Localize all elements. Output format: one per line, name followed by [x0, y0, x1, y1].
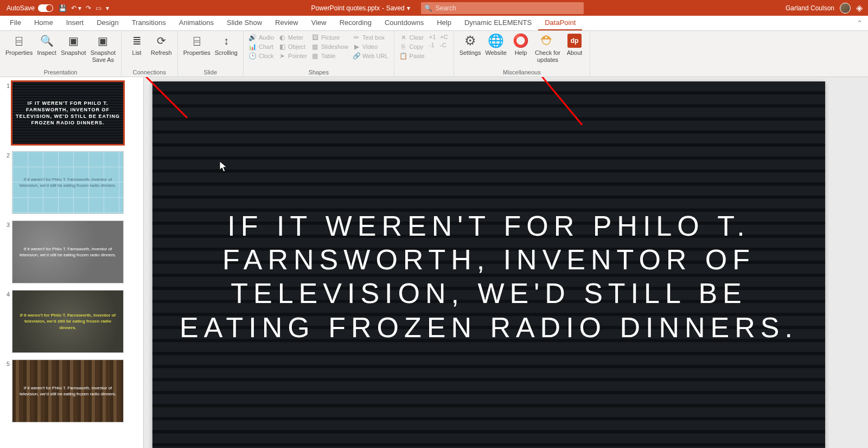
chart-icon: 📊	[249, 43, 257, 51]
snapshot-button[interactable]: ▣Snapshot	[59, 32, 88, 56]
meter-icon: ◐	[278, 34, 286, 41]
snapshot-button[interactable]: ▣SnapshotSave As	[88, 32, 118, 64]
text box-icon: ✏	[353, 34, 360, 41]
qat-more-icon[interactable]: ▾	[106, 4, 109, 12]
list-button[interactable]: ≣List	[125, 32, 149, 56]
pointer-button[interactable]: ➤Pointer	[276, 52, 309, 60]
doc-name: PowerPoint quotes.pptx	[311, 4, 380, 12]
clear-button[interactable]: ✕Clear	[398, 33, 427, 42]
table-icon: ▦	[311, 52, 319, 60]
refresh-button[interactable]: ⟳Refresh	[149, 32, 174, 56]
web-url-button[interactable]: 🔗Web URL	[350, 52, 390, 60]
clock-button[interactable]: 🕒Clock	[247, 52, 276, 60]
website-button[interactable]: 🌐Website	[483, 32, 509, 56]
tab-home[interactable]: Home	[28, 16, 60, 30]
tab-review[interactable]: Review	[269, 16, 305, 30]
save-icon[interactable]: 💾	[59, 4, 67, 12]
-c-button[interactable]: -C	[438, 41, 450, 49]
inspect-button[interactable]: 🔍Inspect	[35, 32, 59, 56]
undo-icon[interactable]: ↶ ▾	[71, 4, 81, 12]
properties-button[interactable]: ⌸Properties	[3, 32, 35, 56]
toggle-icon[interactable]	[38, 4, 53, 12]
about-icon: dp	[567, 33, 582, 48]
ribbon-group-slide: ⌸Properties↕ScrollingSlide	[178, 31, 244, 77]
user-name[interactable]: Garland Coulson	[786, 4, 834, 12]
start-from-beginning-icon[interactable]: ▭	[95, 4, 101, 12]
slideshow-icon: ▦	[311, 43, 319, 51]
tab-view[interactable]: View	[305, 16, 333, 30]
chart-button[interactable]: 📊Chart	[247, 42, 276, 51]
-1-button[interactable]: +1	[427, 33, 438, 41]
group-label: Miscellaneous	[457, 69, 586, 77]
tab-dynamic-elements[interactable]: Dynamic ELEMENTS	[458, 16, 538, 30]
check-for-button[interactable]: ⛑Check forupdates	[533, 32, 563, 64]
-c-button[interactable]: +C	[438, 33, 450, 41]
paste-icon: 📋	[400, 52, 407, 60]
autosave-toggle[interactable]: AutoSave	[7, 4, 53, 12]
check-for-icon: ⛑	[540, 33, 555, 48]
group-label: Connections	[125, 69, 174, 77]
tab-file[interactable]: File	[3, 16, 28, 30]
spacer-button	[427, 49, 438, 51]
tab-help[interactable]: Help	[430, 16, 458, 30]
ribbon-group-presentation: ⌸Properties🔍Inspect▣Snapshot▣SnapshotSav…	[0, 31, 122, 77]
inspect-icon: 🔍	[39, 33, 54, 48]
avatar[interactable]	[840, 3, 851, 14]
help-button[interactable]: ⭕Help	[509, 32, 533, 56]
refresh-icon: ⟳	[154, 33, 169, 48]
object-button[interactable]: ◧Object	[276, 42, 309, 51]
search-input[interactable]	[436, 4, 580, 12]
list-icon: ≣	[129, 33, 144, 48]
group-label: Slide	[181, 69, 240, 77]
properties-icon: ⌸	[11, 33, 27, 48]
picture-button[interactable]: 🖼Picture	[309, 33, 350, 42]
website-icon: 🌐	[488, 33, 503, 48]
meter-button[interactable]: ◐Meter	[276, 33, 309, 42]
web url-icon: 🔗	[353, 52, 360, 60]
ribbon: ⌸Properties🔍Inspect▣Snapshot▣SnapshotSav…	[0, 31, 868, 77]
ribbon-group-shapes: 🔊Audio📊Chart🕒Clock◐Meter◧Object➤Pointer🖼…	[244, 31, 394, 77]
settings-icon: ⚙	[463, 33, 478, 48]
paste-button[interactable]: 📋Paste	[398, 52, 427, 60]
picture-icon: 🖼	[311, 34, 319, 41]
title-bar: AutoSave 💾 ↶ ▾ ↷ ▭ ▾ PowerPoint quotes.p…	[0, 0, 868, 16]
collapse-ribbon-icon[interactable]: ⌃	[851, 16, 868, 30]
ribbon-group-connections: ≣List⟳RefreshConnections	[122, 31, 178, 77]
audio-button[interactable]: 🔊Audio	[247, 33, 276, 42]
tab-animations[interactable]: Animations	[173, 16, 220, 30]
slideshow-button[interactable]: ▦Slideshow	[309, 42, 350, 51]
search-bar[interactable]: 🔍	[421, 2, 584, 14]
tab-datapoint[interactable]: DataPoint	[538, 16, 582, 30]
group-label	[398, 75, 450, 77]
pointer-icon: ➤	[278, 52, 286, 60]
text-box-button[interactable]: ✏Text box	[350, 33, 390, 42]
tab-design[interactable]: Design	[90, 16, 125, 30]
snapshot-icon: ▣	[95, 33, 111, 48]
spacer-button	[438, 49, 450, 51]
copy-icon: ⎘	[400, 43, 407, 51]
copy-button[interactable]: ⎘Copy	[398, 42, 427, 51]
table-button[interactable]: ▦Table	[309, 52, 350, 60]
document-title[interactable]: PowerPoint quotes.pptx - Saved ▾	[311, 4, 410, 12]
title-dropdown-icon[interactable]: ▾	[407, 4, 410, 12]
clock-icon: 🕒	[249, 52, 257, 60]
diamond-icon[interactable]: ◈	[856, 3, 863, 13]
redo-icon[interactable]: ↷	[86, 4, 91, 12]
about-button[interactable]: dpAbout	[563, 32, 586, 56]
video-icon: ▶	[353, 43, 360, 51]
audio-icon: 🔊	[249, 34, 257, 41]
object-icon: ◧	[278, 43, 286, 51]
tab-slide-show[interactable]: Slide Show	[220, 16, 269, 30]
group-label: Presentation	[3, 69, 118, 77]
properties-button[interactable]: ⌸Properties	[181, 32, 213, 56]
ribbon-tabstrip: FileHomeInsertDesignTransitionsAnimation…	[0, 16, 868, 31]
tab-insert[interactable]: Insert	[60, 16, 91, 30]
tab-transitions[interactable]: Transitions	[125, 16, 173, 30]
tab-countdowns[interactable]: Countdowns	[378, 16, 430, 30]
video-button[interactable]: ▶Video	[350, 42, 390, 51]
scrolling-button[interactable]: ↕Scrolling	[213, 32, 240, 56]
tab-recording[interactable]: Recording	[333, 16, 378, 30]
settings-button[interactable]: ⚙Settings	[457, 32, 483, 56]
-1-button[interactable]: -1	[427, 41, 438, 49]
help-icon: ⭕	[513, 33, 528, 48]
